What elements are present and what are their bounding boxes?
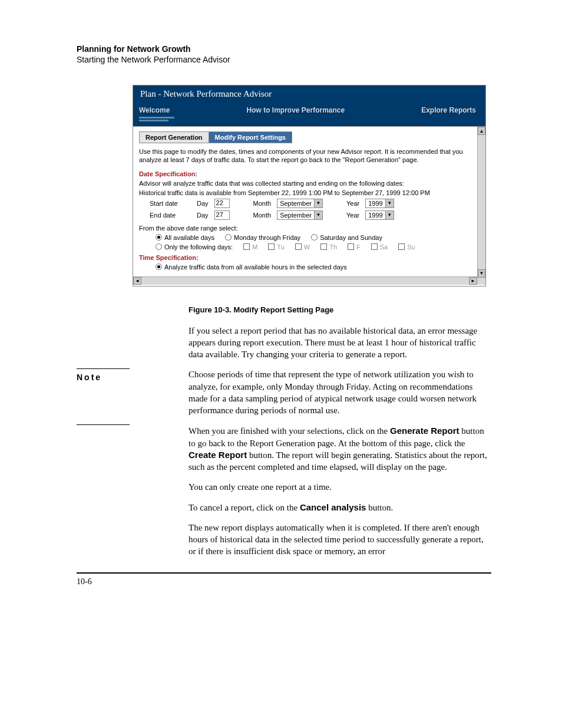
checkbox-monday[interactable]: M xyxy=(243,243,257,251)
body-paragraph-6: The new report displays automatically wh… xyxy=(189,522,491,558)
chevron-down-icon: ▼ xyxy=(385,199,394,207)
date-description-1: Advisor will analyze traffic data that w… xyxy=(139,180,471,187)
checkbox-wednesday[interactable]: W xyxy=(295,243,310,251)
screenshot-window: Plan - Network Performance Advisor Welco… xyxy=(133,85,486,286)
start-year-select[interactable]: 1999 ▼ xyxy=(365,199,394,208)
checkbox-sunday[interactable]: Su xyxy=(398,243,415,251)
instruction-text: Use this page to modify the dates, times… xyxy=(139,148,471,164)
checkbox-tuesday[interactable]: Tu xyxy=(268,243,284,251)
start-date-label: Start date xyxy=(150,200,191,207)
radio-all-hours[interactable]: Analyze traffic data from all available … xyxy=(156,263,347,271)
page-header-subtitle: Starting the Network Performance Advisor xyxy=(77,55,491,64)
figure-caption: Figure 10-3. Modify Report Setting Page xyxy=(189,305,491,314)
horizontal-scrollbar[interactable]: ◄ ► xyxy=(133,276,485,285)
radio-monday-friday[interactable]: Monday through Friday xyxy=(225,234,300,241)
window-title: Plan - Network Performance Advisor xyxy=(133,85,485,103)
scroll-right-icon[interactable]: ► xyxy=(469,277,477,285)
note-paragraph: Choose periods of time that represent th… xyxy=(189,368,491,416)
body-paragraph-4: You can only create one report at a time… xyxy=(189,481,491,493)
radio-only-following-days[interactable]: Only the following days: xyxy=(156,243,233,251)
end-day-input[interactable]: 27 xyxy=(214,210,230,220)
tab-modify-report-settings[interactable]: Modify Report Settings xyxy=(209,131,292,143)
end-date-label: End date xyxy=(150,212,191,219)
vertical-scrollbar[interactable]: ▲ ▼ xyxy=(477,127,485,278)
start-month-select[interactable]: September ▼ xyxy=(277,199,323,208)
nav-explore-reports[interactable]: Explore Reports xyxy=(421,106,476,114)
checkbox-saturday[interactable]: Sa xyxy=(371,243,388,251)
page-header-title: Planning for Network Growth xyxy=(77,44,491,54)
year-label: Year xyxy=(346,212,359,219)
chevron-down-icon: ▼ xyxy=(314,211,322,219)
body-paragraph-1: If you select a report period that has n… xyxy=(189,325,491,361)
nav-welcome[interactable]: Welcome xyxy=(139,106,170,114)
body-paragraph-3: When you are finished with your selectio… xyxy=(189,425,491,473)
date-specification-heading: Date Specification: xyxy=(139,170,471,177)
nav-how-to-improve[interactable]: How to Improve Performance xyxy=(246,106,345,114)
date-description-2: Historical traffic data is available fro… xyxy=(139,189,471,196)
chevron-down-icon: ▼ xyxy=(314,199,322,207)
scroll-left-icon[interactable]: ◄ xyxy=(133,277,141,285)
day-label: Day xyxy=(197,212,209,219)
day-label: Day xyxy=(197,200,209,207)
time-specification-heading: Time Specification: xyxy=(139,254,471,261)
radio-saturday-sunday[interactable]: Saturday and Sunday xyxy=(311,234,382,241)
body-paragraph-5: To cancel a report, click on the Cancel … xyxy=(189,502,491,513)
radio-all-available-days[interactable]: All available days xyxy=(156,234,214,241)
month-label: Month xyxy=(253,212,272,219)
checkbox-thursday[interactable]: Th xyxy=(320,243,337,251)
start-day-input[interactable]: 22 xyxy=(214,199,230,208)
tab-report-generation[interactable]: Report Generation xyxy=(139,131,209,143)
month-label: Month xyxy=(253,200,272,207)
year-label: Year xyxy=(346,200,359,207)
end-year-select[interactable]: 1999 ▼ xyxy=(365,210,394,220)
chevron-down-icon: ▼ xyxy=(385,211,394,219)
checkbox-friday[interactable]: F xyxy=(348,243,361,251)
scroll-up-icon[interactable]: ▲ xyxy=(478,127,485,135)
range-select-label: From the above date range select: xyxy=(139,225,471,232)
scroll-down-icon[interactable]: ▼ xyxy=(478,269,485,278)
note-label: Note xyxy=(77,368,130,382)
page-number: 10-6 xyxy=(77,577,92,586)
end-month-select[interactable]: September ▼ xyxy=(277,210,323,220)
